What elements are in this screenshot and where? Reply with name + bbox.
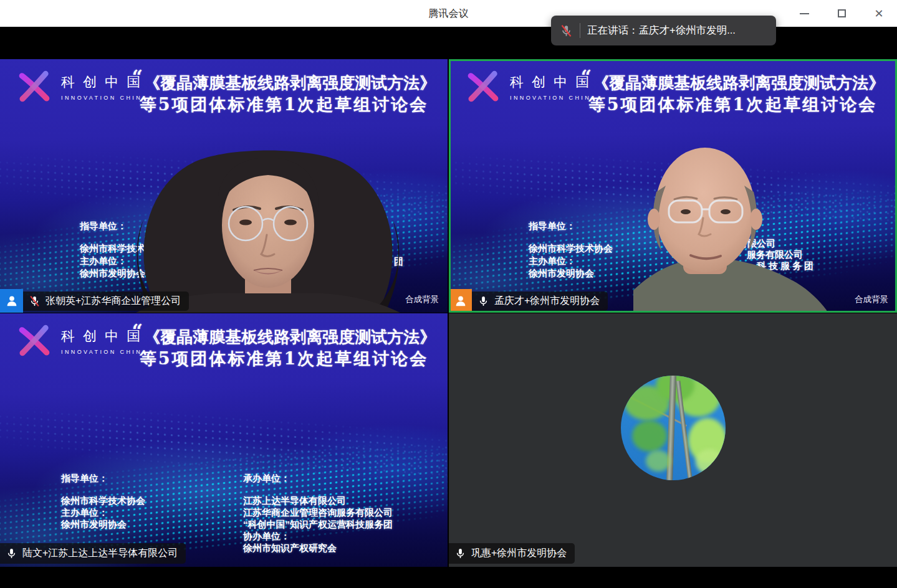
- tree-foliage: [632, 420, 667, 452]
- maximize-icon: [838, 9, 846, 17]
- org-name: 徐州市发明协会: [61, 518, 145, 530]
- video-tile-zhangchaoying[interactable]: 科创中国 INNOVATION CHINA “《覆晶薄膜基板线路剥离强度测试方法…: [0, 59, 448, 313]
- title-line2: 等5项团体标准第1次起草组讨论会: [123, 348, 444, 369]
- mic-muted-icon: [29, 295, 41, 307]
- org-list-left: 指导单位： 徐州市科学技术协会 主办单位： 徐州市发明协会: [529, 220, 613, 280]
- meeting-stage: 科创中国 INNOVATION CHINA “《覆晶薄膜基板线路剥离强度测试方法…: [0, 27, 897, 588]
- participant-name: 张朝英+江苏华商企业管理公司: [46, 295, 181, 308]
- participant-name: 巩惠+徐州市发明协会: [471, 547, 567, 560]
- title-quote: “: [581, 66, 592, 88]
- speaking-toast: 正在讲话：孟庆才+徐州市发明...: [551, 16, 776, 45]
- org-label: 协办单位：: [243, 530, 393, 542]
- title-line1: 《覆晶薄膜基板线路剥离强度测试方法》: [144, 328, 436, 346]
- synthetic-background-badge: 合成背景: [405, 294, 439, 305]
- synthetic-background-badge: 合成背景: [855, 294, 888, 305]
- logo-mark-icon: [14, 323, 55, 358]
- title-line2: 等5项团体标准第1次起草组讨论会: [572, 93, 893, 115]
- person-icon: [5, 294, 19, 308]
- org-label: 承办单位：: [243, 472, 393, 484]
- org-name: “科创中国”知识产权运营科技服务团: [243, 518, 393, 530]
- org-list-right: 承办单位： 江苏上达半导体有限公司 江苏华商企业管理咨询服务有限公司 “科创中国…: [243, 472, 393, 554]
- participant-name-bar: 陆文+江苏上达上达半导体有限公司: [0, 543, 186, 567]
- participant-video-man: [633, 143, 827, 313]
- org-name: 江苏华商企业管理咨询服务有限公司: [243, 506, 393, 518]
- speaking-toast-text: 正在讲话：孟庆才+徐州市发明...: [587, 24, 736, 37]
- video-tile-mengqingcai[interactable]: 科创中国 INNOVATION CHINA “《覆晶薄膜基板线路剥离强度测试方法…: [449, 59, 897, 313]
- mic-on-icon: [454, 548, 466, 559]
- participant-name-bar: 巩惠+徐州市发明协会: [449, 543, 575, 567]
- close-button[interactable]: ✕: [870, 4, 888, 23]
- avatar-badge: [449, 289, 472, 313]
- logo-mark-icon: [463, 69, 504, 104]
- title-line1: 《覆晶薄膜基板线路剥离强度测试方法》: [144, 74, 436, 92]
- org-name: 徐州市科学技术协会: [61, 495, 145, 506]
- minimize-button[interactable]: [795, 4, 813, 23]
- mic-on-icon: [6, 548, 17, 559]
- meeting-slide-title: “《覆晶薄膜基板线路剥离强度测试方法》 等5项团体标准第1次起草组讨论会: [123, 321, 444, 369]
- participant-name: 陆文+江苏上达上达半导体有限公司: [22, 547, 178, 560]
- participant-video-woman: [100, 140, 436, 313]
- participant-name-bar: 张朝英+江苏华商企业管理公司: [0, 289, 189, 313]
- tree-foliage: [646, 450, 671, 472]
- video-tile-luwen[interactable]: 科创中国 INNOVATION CHINA “《覆晶薄膜基板线路剥离强度测试方法…: [0, 313, 448, 567]
- title-quote: “: [132, 320, 143, 342]
- title-line2: 等5项团体标准第1次起草组讨论会: [123, 93, 444, 115]
- video-tile-gonghui[interactable]: 巩惠+徐州市发明协会: [449, 313, 897, 567]
- meeting-slide-title: “《覆晶薄膜基板线路剥离强度测试方法》 等5项团体标准第1次起草组讨论会: [123, 67, 444, 115]
- org-label: 主办单位：: [61, 506, 145, 518]
- minimize-icon: [800, 13, 809, 14]
- org-name: 徐州市发明协会: [529, 267, 613, 280]
- org-name: 徐州市知识产权研究会: [243, 542, 393, 554]
- title-quote: “: [132, 66, 143, 88]
- org-list-left: 指导单位： 徐州市科学技术协会 主办单位： 徐州市发明协会: [61, 472, 145, 530]
- org-label: 主办单位：: [529, 255, 613, 267]
- org-name: 徐州市科学技术协会: [529, 242, 613, 255]
- org-label: 指导单位：: [529, 220, 613, 232]
- toast-divider: [580, 23, 580, 38]
- participant-name: 孟庆才+徐州市发明协会: [494, 295, 600, 308]
- window-controls: ✕: [795, 0, 888, 27]
- org-name: 江苏上达半导体有限公司: [243, 495, 393, 506]
- org-label: 指导单位：: [61, 472, 145, 484]
- maximize-button[interactable]: [832, 4, 851, 23]
- avatar-badge: [0, 289, 23, 313]
- logo-mark-icon: [14, 69, 55, 104]
- title-line1: 《覆晶薄膜基板线路剥离强度测试方法》: [593, 74, 885, 92]
- close-icon: ✕: [874, 8, 883, 19]
- person-icon: [454, 294, 468, 308]
- meeting-slide-title: “《覆晶薄膜基板线路剥离强度测试方法》 等5项团体标准第1次起草组讨论会: [572, 67, 893, 115]
- video-grid: 科创中国 INNOVATION CHINA “《覆晶薄膜基板线路剥离强度测试方法…: [0, 59, 897, 567]
- tree-foliage: [696, 449, 723, 474]
- profile-avatar-tree: [621, 376, 726, 480]
- participant-name-bar: 孟庆才+徐州市发明协会: [449, 289, 608, 313]
- mic-on-icon: [477, 295, 489, 307]
- mic-muted-icon: [560, 24, 573, 37]
